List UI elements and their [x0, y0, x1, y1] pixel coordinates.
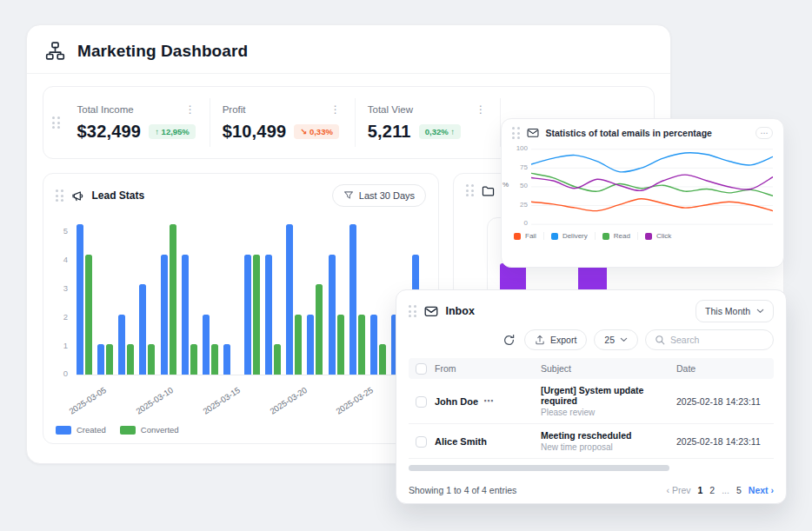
dashboard-stage: Marketing Dashboard Total Income ⋮ $32,4…	[0, 0, 812, 531]
legend-item: Read	[595, 232, 637, 240]
pagination-page[interactable]: 5	[736, 485, 742, 495]
period-select[interactable]: This Month	[696, 300, 774, 322]
bar	[85, 255, 92, 375]
bar	[358, 315, 365, 375]
lead-bars-plot	[77, 224, 428, 375]
email-stats-card: Statistics of total emails in percentage…	[501, 118, 784, 268]
bar	[265, 255, 272, 375]
bar-group	[265, 224, 281, 375]
stat-value: $10,499	[223, 122, 287, 142]
trend-badge: ↑ 12,95%	[149, 124, 196, 139]
bar	[379, 344, 386, 375]
drag-handle-icon[interactable]	[466, 184, 474, 196]
bar	[329, 255, 336, 375]
page-title: Marketing Dashboard	[77, 42, 248, 61]
kebab-menu-icon[interactable]: ⋮	[183, 104, 197, 115]
stat-profit: Profit ⋮ $10,499 ↘ 0,33%	[210, 98, 355, 147]
pagination: ‹ Prev12...5Next ›	[667, 485, 775, 495]
drag-handle-icon[interactable]	[512, 127, 520, 139]
inbox-title: Inbox	[446, 305, 475, 317]
bar	[211, 344, 218, 375]
chevron-down-icon	[620, 337, 628, 342]
bar	[295, 315, 302, 375]
inbox-table-body: John Doe⋯[Urgent] System update required…	[409, 379, 774, 459]
entries-summary: Showing 1 to 4 of 4 entries	[409, 485, 516, 495]
bar	[274, 344, 281, 375]
bar-group	[244, 224, 260, 375]
drag-handle-icon[interactable]	[56, 189, 63, 202]
bar	[370, 315, 377, 375]
bar	[223, 344, 230, 375]
email-preview: New time proposal	[541, 442, 676, 452]
date-filter-label: Last 30 Days	[359, 190, 415, 201]
bar-group	[370, 224, 386, 375]
envelope-icon	[527, 128, 539, 138]
bar	[203, 315, 210, 375]
legend-item: Delivery	[543, 232, 595, 240]
bar	[118, 315, 125, 375]
lead-legend: CreatedConverted	[56, 425, 179, 435]
card-menu-button[interactable]: ⋯	[755, 127, 773, 139]
kebab-menu-icon[interactable]: ⋮	[329, 104, 343, 115]
search-field	[645, 329, 774, 350]
row-checkbox[interactable]	[416, 436, 427, 448]
search-icon	[655, 335, 665, 345]
email-subject: [Urgent] System update required	[541, 385, 676, 406]
bar-group	[139, 224, 155, 375]
page-size-value: 25	[604, 335, 615, 345]
stat-label: Total Income	[77, 104, 134, 115]
export-icon	[535, 335, 545, 345]
bar-group	[286, 224, 302, 375]
inbox-row[interactable]: Alice SmithMeeting rescheduledNew time p…	[409, 424, 774, 459]
bar-group	[77, 224, 92, 375]
stat-label: Profit	[223, 104, 246, 115]
inbox-table-header: From Subject Date	[409, 358, 774, 379]
bar	[77, 224, 83, 375]
refresh-icon	[503, 334, 516, 347]
pagination-page[interactable]: 2	[709, 485, 715, 495]
inbox-row[interactable]: John Doe⋯[Urgent] System update required…	[409, 379, 774, 424]
search-input[interactable]	[670, 335, 764, 345]
sender-name: Alice Smith	[435, 436, 487, 447]
bar	[190, 344, 197, 375]
kebab-menu-icon[interactable]: ⋮	[474, 104, 488, 115]
bar	[244, 255, 251, 375]
stat-value: 5,211	[368, 122, 411, 142]
select-all-checkbox[interactable]	[416, 363, 427, 375]
drag-handle-icon[interactable]	[409, 305, 416, 317]
stat-label: Total View	[368, 104, 413, 115]
lead-stats-panel: Lead Stats Last 30 Days 543210 2025-03-0…	[43, 173, 439, 444]
horizontal-scrollbar-thumb[interactable]	[409, 465, 669, 471]
bar	[349, 224, 356, 375]
legend-item: Converted	[120, 425, 179, 435]
email-subject: Meeting rescheduled	[541, 430, 676, 441]
bar-group	[203, 224, 218, 375]
funnel-icon	[343, 190, 354, 201]
page-size-select[interactable]: 25	[594, 329, 638, 350]
bar	[148, 344, 155, 375]
date-filter-button[interactable]: Last 30 Days	[332, 184, 426, 207]
bar	[182, 255, 189, 375]
export-button[interactable]: Export	[524, 329, 587, 350]
period-label: This Month	[705, 306, 750, 316]
row-menu-button[interactable]: ⋯	[483, 396, 493, 406]
legend-item: Click	[637, 232, 678, 240]
mail-icon	[424, 306, 438, 317]
email-preview: Please review	[541, 408, 676, 417]
bar-group	[118, 224, 134, 375]
chevron-down-icon	[756, 309, 764, 314]
pagination-ellipsis: ...	[722, 485, 729, 495]
lead-bar-chart: 543210 2025-03-052025-03-102025-03-15202…	[43, 217, 438, 443]
pagination-next[interactable]: Next ›	[749, 485, 774, 495]
export-label: Export	[550, 335, 576, 345]
drag-handle-icon[interactable]	[52, 116, 60, 129]
column-header-from: From	[435, 363, 541, 374]
trend-badge: ↘ 0,33%	[294, 124, 339, 139]
refresh-button[interactable]	[501, 332, 517, 348]
row-checkbox[interactable]	[416, 396, 427, 408]
pagination-prev[interactable]: ‹ Prev	[667, 485, 691, 495]
pagination-page[interactable]: 1	[698, 485, 703, 495]
email-legend: FailDeliveryReadClick	[514, 232, 773, 240]
legend-item: Created	[56, 425, 106, 435]
email-date: 2025-02-18 14:23:11	[676, 436, 774, 447]
